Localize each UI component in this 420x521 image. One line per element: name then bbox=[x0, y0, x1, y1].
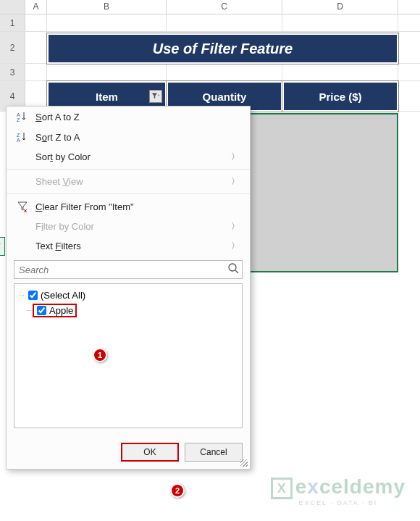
filter-icon bbox=[151, 92, 160, 101]
menu-sheet-view-label: Sheet View bbox=[35, 176, 83, 187]
col-header-A[interactable]: A bbox=[25, 0, 47, 14]
menu-sort-za[interactable]: ZA Sort Z to A bbox=[7, 127, 250, 147]
chevron-right-icon: 〉 bbox=[231, 220, 240, 233]
menu-separator bbox=[7, 193, 250, 194]
menu-sort-color-label: Sort by Color bbox=[35, 151, 91, 162]
select-all-label: (Select All) bbox=[41, 290, 85, 301]
callout-highlight-apple: Apple bbox=[33, 304, 77, 317]
chevron-right-icon: 〉 bbox=[231, 175, 240, 188]
col-header-D[interactable]: D bbox=[282, 0, 398, 14]
svg-text:Z: Z bbox=[17, 117, 20, 122]
watermark: exceldemy EXCEL · DATA · BI bbox=[271, 475, 406, 507]
header-quantity-label: Quantity bbox=[203, 91, 247, 103]
menu-sheet-view: Sheet View 〉 bbox=[7, 172, 250, 191]
page-title: Use of Filter Feature bbox=[47, 33, 398, 64]
cancel-button[interactable]: Cancel bbox=[185, 443, 243, 462]
filter-values-list[interactable]: ⋯ (Select All) ⋯ Apple bbox=[14, 283, 243, 428]
col-header-B[interactable]: B bbox=[47, 0, 167, 14]
header-price[interactable]: Price ($) bbox=[282, 81, 398, 112]
menu-separator bbox=[7, 169, 250, 170]
filter-search-input[interactable] bbox=[14, 264, 224, 275]
ok-button[interactable]: OK bbox=[121, 443, 179, 462]
filter-select-all[interactable]: ⋯ (Select All) bbox=[19, 288, 238, 302]
callout-2: 2 bbox=[170, 483, 185, 498]
menu-sort-za-label: Sort Z to A bbox=[35, 132, 80, 143]
header-price-label: Price ($) bbox=[319, 91, 361, 103]
row-header-2[interactable]: 2 bbox=[0, 32, 25, 63]
menu-sort-az[interactable]: AZ Sort A to Z bbox=[7, 107, 250, 127]
menu-sort-color[interactable]: Sort by Color 〉 bbox=[7, 147, 250, 167]
sort-za-icon: ZA bbox=[14, 131, 31, 143]
menu-filter-color-label: Filter by Color bbox=[35, 221, 94, 232]
tree-dots-icon: ⋯ bbox=[19, 292, 24, 299]
select-all-checkbox[interactable] bbox=[28, 291, 38, 300]
menu-text-filters-label: Text Filters bbox=[35, 241, 81, 251]
row-header-3[interactable]: 3 bbox=[0, 64, 25, 80]
col-header-C[interactable]: C bbox=[167, 0, 282, 14]
menu-clear-filter[interactable]: Clear Filter From "Item" bbox=[7, 196, 250, 217]
cancel-button-label: Cancel bbox=[200, 447, 227, 457]
menu-sort-az-label: Sort A to Z bbox=[35, 112, 80, 122]
filter-dropdown: AZ Sort A to Z ZA Sort Z to A Sort by Co… bbox=[6, 106, 251, 470]
ok-button-label: OK bbox=[143, 447, 156, 457]
svg-text:A: A bbox=[17, 112, 20, 117]
header-item-label: Item bbox=[96, 91, 118, 103]
apple-checkbox[interactable] bbox=[37, 306, 46, 315]
grid-area: 1 2 3 4 Use of Filter Feature Item Quant… bbox=[0, 14, 420, 112]
search-icon bbox=[224, 262, 242, 277]
column-header-row: A B C D bbox=[0, 0, 420, 14]
filter-search[interactable] bbox=[14, 260, 243, 279]
apple-label: Apple bbox=[49, 305, 73, 316]
callout-1: 1 bbox=[93, 348, 107, 362]
dialog-button-row: OK Cancel bbox=[7, 435, 250, 469]
chevron-right-icon: 〉 bbox=[231, 240, 240, 252]
tree-dots-icon: ⋯ bbox=[26, 307, 31, 314]
svg-text:Z: Z bbox=[17, 133, 20, 138]
clear-filter-icon bbox=[14, 201, 31, 212]
row-header-1[interactable]: 1 bbox=[0, 14, 25, 31]
chevron-right-icon: 〉 bbox=[231, 151, 240, 163]
menu-filter-color: Filter by Color 〉 bbox=[7, 217, 250, 236]
svg-text:A: A bbox=[17, 138, 20, 143]
svg-point-4 bbox=[229, 264, 236, 271]
filter-button-item[interactable] bbox=[149, 90, 162, 103]
menu-text-filters[interactable]: ✓ Text Filters 〉 bbox=[7, 236, 250, 256]
text-filters-checkmark: ✓ bbox=[0, 237, 5, 256]
filter-value-apple[interactable]: ⋯ Apple bbox=[19, 302, 238, 319]
sort-az-icon: AZ bbox=[14, 111, 31, 122]
resize-grip-icon[interactable] bbox=[240, 459, 248, 467]
select-all-corner[interactable] bbox=[0, 0, 25, 14]
menu-clear-filter-label: Clear Filter From "Item" bbox=[35, 201, 134, 212]
